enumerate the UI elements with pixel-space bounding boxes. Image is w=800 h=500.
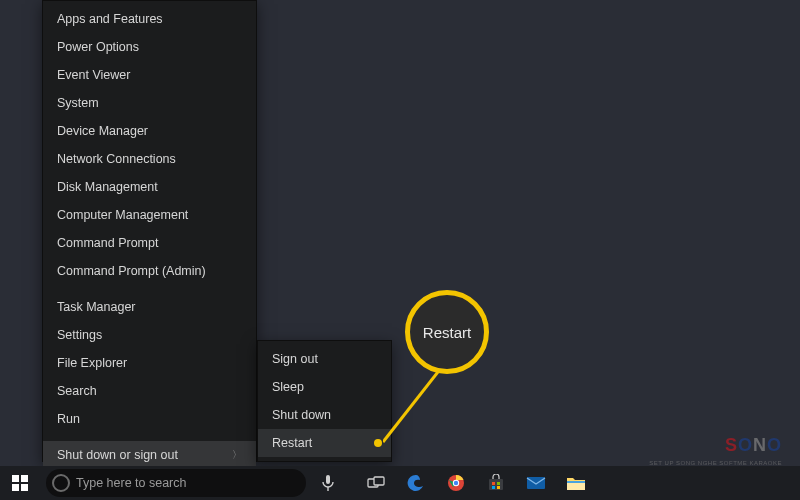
chevron-right-icon: 〉 — [232, 448, 242, 462]
menu-item-apps-and-features[interactable]: Apps and Features — [43, 5, 256, 33]
svg-rect-16 — [492, 486, 495, 489]
microsoft-store-icon[interactable] — [476, 466, 516, 500]
menu-item-shut-down-or-sign-out[interactable]: Shut down or sign out 〉 — [43, 441, 256, 469]
submenu-item-shut-down[interactable]: Shut down — [258, 401, 391, 429]
search-placeholder: Type here to search — [76, 476, 186, 490]
svg-rect-8 — [374, 477, 384, 485]
svg-rect-2 — [21, 475, 28, 482]
menu-item-computer-management[interactable]: Computer Management — [43, 201, 256, 229]
menu-item-network-connections[interactable]: Network Connections — [43, 145, 256, 173]
menu-item-power-options[interactable]: Power Options — [43, 33, 256, 61]
svg-rect-17 — [497, 486, 500, 489]
menu-item-search[interactable]: Search — [43, 377, 256, 405]
start-button[interactable] — [0, 466, 40, 500]
svg-point-12 — [454, 481, 458, 485]
mail-icon[interactable] — [516, 466, 556, 500]
menu-item-run[interactable]: Run — [43, 405, 256, 433]
submenu-item-sleep[interactable]: Sleep — [258, 373, 391, 401]
annotation-line — [383, 368, 461, 446]
shutdown-submenu: Sign out Sleep Shut down Restart — [257, 340, 392, 462]
svg-rect-20 — [567, 481, 585, 483]
submenu-item-restart[interactable]: Restart — [258, 429, 391, 457]
annotation-circle: Restart — [405, 290, 489, 374]
edge-browser-icon[interactable] — [396, 466, 436, 500]
annotation-label: Restart — [423, 324, 471, 341]
svg-rect-18 — [527, 477, 545, 489]
taskbar: Type here to search — [0, 466, 800, 500]
svg-rect-1 — [12, 475, 19, 482]
svg-rect-3 — [12, 484, 19, 491]
watermark-logo: SONO — [725, 435, 782, 456]
chrome-browser-icon[interactable] — [436, 466, 476, 500]
search-box[interactable]: Type here to search — [46, 469, 306, 497]
menu-item-settings[interactable]: Settings — [43, 321, 256, 349]
task-view-icon[interactable] — [356, 466, 396, 500]
menu-item-task-manager[interactable]: Task Manager — [43, 293, 256, 321]
file-explorer-icon[interactable] — [556, 466, 596, 500]
menu-item-device-manager[interactable]: Device Manager — [43, 117, 256, 145]
annotation-dot — [374, 439, 382, 447]
svg-rect-14 — [492, 482, 495, 485]
svg-rect-5 — [326, 475, 330, 484]
windows-logo-icon — [12, 475, 28, 491]
menu-item-event-viewer[interactable]: Event Viewer — [43, 61, 256, 89]
submenu-item-sign-out[interactable]: Sign out — [258, 345, 391, 373]
cortana-mic-icon[interactable] — [308, 466, 348, 500]
desktop: Apps and Features Power Options Event Vi… — [0, 0, 800, 500]
menu-item-command-prompt[interactable]: Command Prompt — [43, 229, 256, 257]
menu-item-file-explorer[interactable]: File Explorer — [43, 349, 256, 377]
menu-item-disk-management[interactable]: Disk Management — [43, 173, 256, 201]
cortana-circle-icon — [52, 474, 70, 492]
svg-rect-15 — [497, 482, 500, 485]
svg-rect-13 — [489, 479, 503, 490]
svg-rect-4 — [21, 484, 28, 491]
menu-item-system[interactable]: System — [43, 89, 256, 117]
menu-item-command-prompt-admin[interactable]: Command Prompt (Admin) — [43, 257, 256, 285]
winx-context-menu: Apps and Features Power Options Event Vi… — [42, 0, 257, 462]
